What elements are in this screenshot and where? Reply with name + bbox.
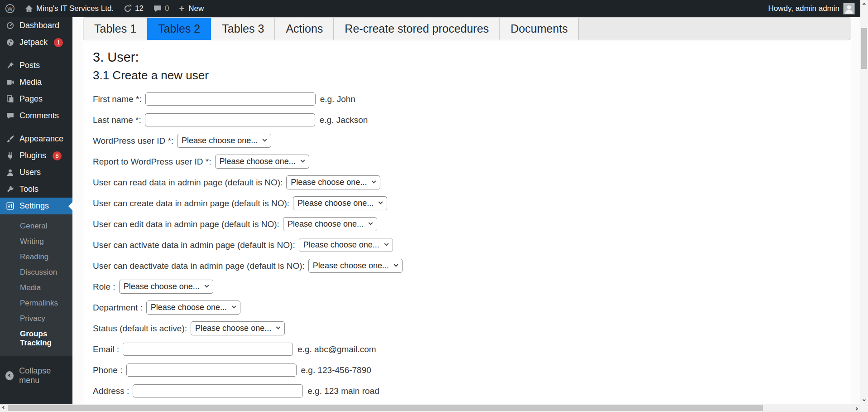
current-menu-arrow bbox=[64, 202, 72, 210]
department-select[interactable]: Please choose one... bbox=[146, 301, 240, 315]
form-row: User can read data in admin page (defaul… bbox=[93, 176, 841, 189]
submenu-item-discussion[interactable]: Discussion bbox=[0, 265, 72, 280]
can-edit-select[interactable]: Please choose one... bbox=[283, 217, 377, 231]
tab-content: 3. User: 3.1 Create a new user First nam… bbox=[83, 40, 851, 404]
settings-submenu: General Writing Reading Discussion Media… bbox=[0, 214, 72, 356]
pages-icon bbox=[6, 95, 14, 103]
user-icon bbox=[6, 169, 14, 176]
sidebar-item-settings[interactable]: Settings bbox=[0, 198, 72, 214]
sidebar-item-appearance[interactable]: Appearance bbox=[0, 131, 72, 147]
sidebar-item-comments[interactable]: Comments bbox=[0, 107, 72, 124]
tab-bar: Tables 1 Tables 2 Tables 3 Actions Re-cr… bbox=[83, 18, 851, 40]
can-deactivate-select[interactable]: Please choose one... bbox=[308, 259, 403, 273]
chevron-down-icon bbox=[276, 325, 281, 330]
address-input[interactable] bbox=[133, 384, 303, 397]
submenu-item-permalinks[interactable]: Permalinks bbox=[0, 296, 72, 311]
comment-count: 0 bbox=[165, 4, 169, 13]
horizontal-scrollbar-thumb[interactable] bbox=[8, 405, 763, 411]
submenu-item-general[interactable]: General bbox=[0, 218, 72, 234]
settings-sliders-icon bbox=[6, 202, 14, 210]
tab-actions[interactable]: Actions bbox=[275, 18, 334, 40]
sidebar-item-tools[interactable]: Tools bbox=[0, 181, 72, 198]
tab-recreate-stored-procedures[interactable]: Re-create stored procedures bbox=[334, 18, 499, 40]
can-create-select[interactable]: Please choose one... bbox=[293, 196, 387, 210]
scrollbar-corner bbox=[860, 404, 868, 412]
submenu-item-privacy[interactable]: Privacy bbox=[0, 311, 72, 326]
submenu-item-writing[interactable]: Writing bbox=[0, 234, 72, 249]
wordpress-icon: W bbox=[5, 4, 15, 14]
chevron-down-icon bbox=[204, 283, 209, 288]
role-select[interactable]: Please choose one... bbox=[119, 280, 213, 294]
submenu-item-reading[interactable]: Reading bbox=[0, 249, 72, 265]
form-row: Address : e.g. 123 main road bbox=[93, 384, 841, 397]
plug-icon bbox=[6, 152, 14, 160]
new-label: New bbox=[188, 4, 204, 13]
chevron-down-icon bbox=[369, 221, 373, 225]
vertical-scrollbar-thumb[interactable] bbox=[861, 28, 867, 69]
section-heading: 3. User: bbox=[93, 50, 841, 65]
scroll-left-arrow[interactable] bbox=[0, 404, 8, 412]
horizontal-scrollbar[interactable] bbox=[0, 404, 860, 412]
menu-separator bbox=[0, 124, 72, 131]
jetpack-badge: 1 bbox=[54, 38, 63, 47]
chevron-down-icon bbox=[300, 158, 305, 163]
chevron-down-icon bbox=[372, 179, 376, 184]
chevron-down-icon bbox=[394, 262, 398, 267]
last-name-input[interactable] bbox=[145, 113, 315, 126]
submenu-item-groups-tracking[interactable]: Groups Tracking bbox=[0, 326, 72, 351]
comments-menu[interactable]: 0 bbox=[149, 0, 174, 17]
avatar[interactable] bbox=[843, 3, 855, 15]
wordpress-logo[interactable]: W bbox=[0, 0, 20, 17]
status-select[interactable]: Please choose one... bbox=[191, 321, 285, 335]
svg-text:W: W bbox=[7, 6, 13, 12]
report-to-user-id-select[interactable]: Please choose one... bbox=[215, 155, 309, 169]
tab-tables-2[interactable]: Tables 2 bbox=[147, 18, 211, 40]
sidebar-item-plugins[interactable]: Plugins 8 bbox=[0, 147, 72, 164]
chevron-down-icon bbox=[263, 137, 267, 142]
sidebar-item-dashboard[interactable]: Dashboard bbox=[0, 17, 72, 34]
phone-input[interactable] bbox=[126, 364, 297, 377]
updates-menu[interactable]: 12 bbox=[119, 0, 149, 17]
howdy-text[interactable]: Howdy, admin admin bbox=[768, 4, 839, 13]
collapse-menu-button[interactable]: Collapse menu bbox=[0, 361, 72, 391]
form-row: Last name *: e.g. Jackson bbox=[93, 113, 841, 126]
can-read-select[interactable]: Please choose one... bbox=[286, 175, 380, 189]
tab-tables-1[interactable]: Tables 1 bbox=[83, 18, 147, 40]
admin-sidebar: Dashboard Jetpack 1 Posts Media Pages bbox=[0, 17, 72, 404]
submenu-item-media[interactable]: Media bbox=[0, 280, 72, 296]
dashboard-icon bbox=[6, 22, 14, 29]
sidebar-item-users[interactable]: Users bbox=[0, 164, 72, 181]
scroll-right-arrow[interactable] bbox=[853, 404, 860, 412]
sidebar-item-jetpack[interactable]: Jetpack 1 bbox=[0, 34, 72, 51]
form-row: WordPress user ID *: Please choose one..… bbox=[93, 134, 841, 147]
brush-icon bbox=[6, 135, 14, 143]
scroll-up-arrow[interactable] bbox=[860, 0, 868, 8]
first-name-input[interactable] bbox=[145, 92, 316, 106]
admin-bar: W Ming's IT Services Ltd. 12 0 + New How… bbox=[0, 0, 860, 17]
collapse-arrow-icon bbox=[5, 371, 14, 380]
email-input[interactable] bbox=[123, 343, 293, 356]
tab-documents[interactable]: Documents bbox=[500, 18, 579, 40]
new-content-menu[interactable]: + New bbox=[174, 0, 209, 17]
sidebar-item-posts[interactable]: Posts bbox=[0, 57, 72, 74]
chevron-down-icon bbox=[232, 304, 236, 309]
tab-tables-3[interactable]: Tables 3 bbox=[211, 18, 275, 40]
site-name: Ming's IT Services Ltd. bbox=[36, 4, 114, 13]
sidebar-item-pages[interactable]: Pages bbox=[0, 91, 72, 107]
home-icon bbox=[25, 5, 33, 13]
form-row: User can deactivate data in admin page (… bbox=[93, 259, 841, 272]
form-row: Email : e.g. abc@gmail.com bbox=[93, 343, 841, 356]
main-content-area: Tables 1 Tables 2 Tables 3 Actions Re-cr… bbox=[72, 17, 860, 404]
vertical-scrollbar[interactable] bbox=[860, 0, 868, 404]
can-activate-select[interactable]: Please choose one... bbox=[299, 238, 393, 252]
scroll-down-arrow[interactable] bbox=[860, 397, 868, 404]
wordpress-user-id-select[interactable]: Please choose one... bbox=[177, 134, 271, 148]
comment-bubble-icon bbox=[153, 5, 162, 13]
form-row: User can create data in admin page (defa… bbox=[93, 197, 841, 210]
plus-icon: + bbox=[179, 4, 185, 14]
site-name-menu[interactable]: Ming's IT Services Ltd. bbox=[20, 0, 119, 17]
comments-icon bbox=[6, 112, 14, 120]
form-row: User can edit data in admin page (defaul… bbox=[93, 218, 841, 231]
sidebar-item-media[interactable]: Media bbox=[0, 74, 72, 91]
menu-separator bbox=[0, 51, 72, 57]
